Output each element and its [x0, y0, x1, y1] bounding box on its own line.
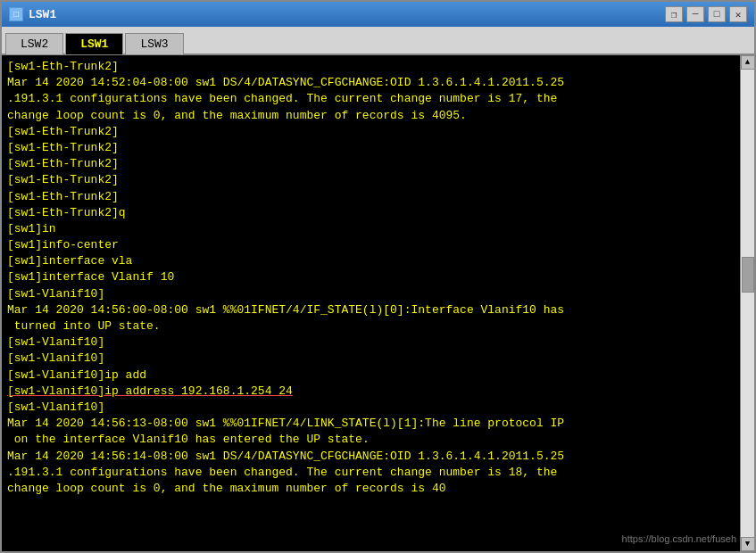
main-window: □ LSW1 ❐ ─ □ ✕ LSW2 LSW1 LSW3 [sw1-Eth-T…	[0, 0, 756, 553]
terminal-line: [sw1]interface vla	[7, 253, 735, 269]
terminal-line: [sw1-Eth-Trunk2]	[7, 172, 735, 188]
scroll-down-arrow[interactable]: ▼	[741, 537, 755, 551]
terminal-container: [sw1-Eth-Trunk2]Mar 14 2020 14:52:04-08:…	[2, 55, 754, 551]
terminal-line: [sw1-Vlanif10]ip address 192.168.1.254 2…	[7, 384, 735, 400]
terminal-line: [sw1]in	[7, 221, 735, 237]
terminal-line: [sw1-Eth-Trunk2]	[7, 59, 735, 75]
minimize-button[interactable]: ─	[686, 6, 704, 22]
terminal-line: [sw1-Vlanif10]ip add	[7, 367, 735, 384]
close-button[interactable]: ✕	[729, 6, 747, 22]
title-bar: □ LSW1 ❐ ─ □ ✕	[2, 2, 754, 27]
title-bar-controls: ❐ ─ □ ✕	[665, 6, 747, 22]
terminal-line: change loop count is 0, and the maximum …	[7, 481, 735, 497]
scrollbar[interactable]: ▲ ▼	[740, 55, 754, 551]
tab-lsw3[interactable]: LSW3	[125, 33, 183, 54]
maximize-button[interactable]: □	[708, 6, 726, 22]
terminal-output[interactable]: [sw1-Eth-Trunk2]Mar 14 2020 14:52:04-08:…	[2, 55, 740, 551]
scrollbar-thumb[interactable]	[742, 257, 754, 293]
terminal-line: .191.3.1 configurations have been change…	[7, 91, 735, 107]
terminal-line: Mar 14 2020 14:56:14-08:00 sw1 DS/4/DATA…	[7, 449, 735, 465]
terminal-line: [sw1]info-center	[7, 237, 735, 253]
terminal-line: Mar 14 2020 14:52:04-08:00 sw1 DS/4/DATA…	[7, 75, 735, 91]
terminal-line: [sw1-Vlanif10]	[7, 334, 735, 351]
title-bar-left: □ LSW1	[9, 7, 56, 21]
terminal-line: [sw1-Eth-Trunk2]	[7, 189, 735, 205]
terminal-line: turned into UP state.	[7, 318, 735, 334]
window-icon: □	[9, 7, 23, 21]
terminal-line: change loop count is 0, and the maximum …	[7, 108, 735, 124]
terminal-line: [sw1-Eth-Trunk2]	[7, 140, 735, 156]
terminal-line: [sw1-Eth-Trunk2]q	[7, 205, 735, 221]
terminal-line: .191.3.1 configurations have been change…	[7, 465, 735, 481]
terminal-line: [sw1]interface Vlanif 10	[7, 269, 735, 285]
terminal-line: [sw1-Vlanif10]	[7, 400, 735, 416]
window-title: LSW1	[29, 8, 56, 21]
terminal-line: Mar 14 2020 14:56:00-08:00 sw1 %%01IFNET…	[7, 302, 735, 318]
tab-lsw2[interactable]: LSW2	[5, 33, 63, 54]
scroll-up-arrow[interactable]: ▲	[741, 55, 755, 70]
terminal-line: [sw1-Eth-Trunk2]	[7, 156, 735, 172]
terminal-line: on the interface Vlanif10 has entered th…	[7, 432, 735, 448]
tab-bar: LSW2 LSW1 LSW3	[2, 27, 754, 55]
terminal-line: Mar 14 2020 14:56:13-08:00 sw1 %%01IFNET…	[7, 416, 735, 432]
scrollbar-track[interactable]	[741, 70, 755, 537]
terminal-line: [sw1-Vlanif10]	[7, 286, 735, 302]
terminal-line: [sw1-Eth-Trunk2]	[7, 124, 735, 140]
terminal-line: [sw1-Vlanif10]	[7, 351, 735, 367]
restore-button[interactable]: ❐	[665, 6, 683, 22]
tab-lsw1[interactable]: LSW1	[65, 33, 123, 54]
